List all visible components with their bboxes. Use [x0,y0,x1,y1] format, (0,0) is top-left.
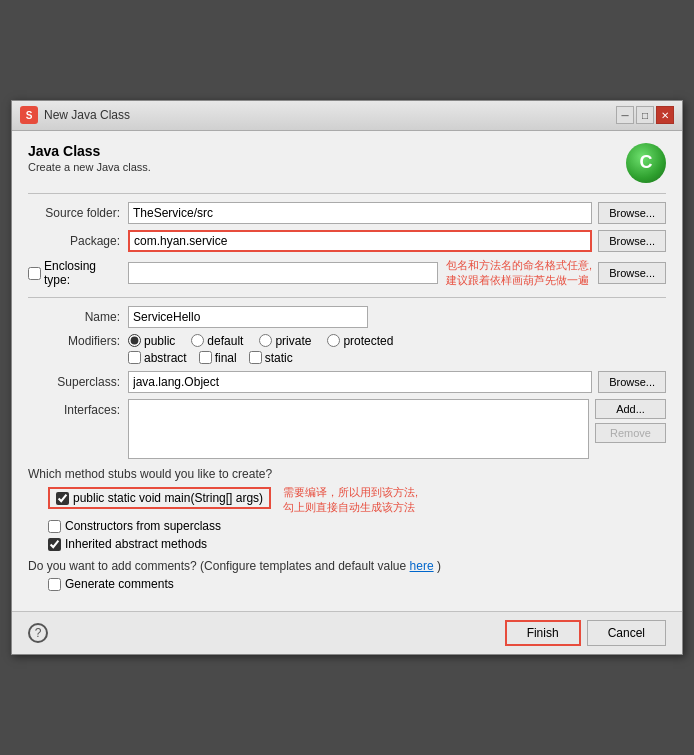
modifiers-checkbox-group: abstract final static [128,351,293,365]
name-label: Name: [28,310,128,324]
generate-comments-checkbox[interactable] [48,578,61,591]
comments-title: Do you want to add comments? (Configure … [28,559,666,573]
checkbox-final[interactable]: final [199,351,237,365]
enclosing-type-checkbox[interactable] [28,267,41,280]
superclass-input[interactable] [128,371,592,393]
package-browse-button[interactable]: Browse... [598,230,666,252]
radio-public[interactable]: public [128,334,175,348]
cancel-button[interactable]: Cancel [587,620,666,646]
modifiers-radio-group: public default private protected [128,334,393,348]
finish-button[interactable]: Finish [505,620,581,646]
add-interface-button[interactable]: Add... [595,399,666,419]
enclosing-checkbox-area: Enclosing type: [28,259,128,287]
interfaces-label: Interfaces: [28,399,128,417]
close-button[interactable]: ✕ [656,106,674,124]
superclass-row: Superclass: Browse... [28,371,666,393]
checkbox-static[interactable]: static [249,351,293,365]
enclosing-type-label: Enclosing type: [44,259,120,287]
package-row: Package: Browse... [28,230,666,252]
help-button[interactable]: ? [28,623,48,643]
remove-interface-button[interactable]: Remove [595,423,666,443]
comments-section: Do you want to add comments? (Configure … [28,559,666,591]
title-bar-left: S New Java Class [20,106,130,124]
radio-default[interactable]: default [191,334,243,348]
stub-main-item[interactable]: public static void main(String[] args) [48,487,271,509]
stub-inherited-label: Inherited abstract methods [65,537,207,551]
dialog-footer: ? Finish Cancel [12,611,682,654]
title-bar-controls: ─ □ ✕ [616,106,674,124]
stub-constructor-item[interactable]: Constructors from superclass [48,519,666,533]
superclass-browse-button[interactable]: Browse... [598,371,666,393]
modifiers-radio-row: Modifiers: public default private [28,334,666,348]
interfaces-list [128,399,589,459]
separator-2 [28,297,666,298]
source-folder-browse-button[interactable]: Browse... [598,202,666,224]
static-checkbox[interactable] [249,351,262,364]
minimize-button[interactable]: ─ [616,106,634,124]
stubs-section: Which method stubs would you like to cre… [28,467,666,552]
name-input[interactable] [128,306,368,328]
comments-text-after: ) [437,559,441,573]
maximize-button[interactable]: □ [636,106,654,124]
superclass-label: Superclass: [28,375,128,389]
source-folder-row: Source folder: Browse... [28,202,666,224]
stubs-main-row: public static void main(String[] args) 需… [28,485,666,516]
stub-inherited-item[interactable]: Inherited abstract methods [48,537,666,551]
interfaces-row: Interfaces: Add... Remove [28,399,666,459]
stub-main-label: public static void main(String[] args) [73,491,263,505]
modifiers-label: Modifiers: [28,334,128,348]
enclosing-browse-button[interactable]: Browse... [598,262,666,284]
dialog-window: S New Java Class ─ □ ✕ Java Class Create… [11,100,683,656]
stub-inherited-checkbox[interactable] [48,538,61,551]
stubs-annotation: 需要编译，所以用到该方法, 勾上则直接自动生成该方法 [283,485,418,516]
source-folder-input[interactable] [128,202,592,224]
stubs-title: Which method stubs would you like to cre… [28,467,666,481]
comments-link[interactable]: here [410,559,434,573]
footer-buttons: Finish Cancel [505,620,666,646]
java-icon: C [626,143,666,183]
modifiers-checkbox-row: abstract final static [28,351,666,365]
dialog-content: Java Class Create a new Java class. C So… [12,131,682,612]
dialog-subtitle: Create a new Java class. [28,161,151,173]
comments-text-before: Do you want to add comments? (Configure … [28,559,410,573]
separator-1 [28,193,666,194]
interfaces-buttons: Add... Remove [595,399,666,443]
source-folder-label: Source folder: [28,206,128,220]
name-row: Name: [28,306,666,328]
radio-private[interactable]: private [259,334,311,348]
modifiers-section: Modifiers: public default private [28,334,666,365]
abstract-checkbox[interactable] [128,351,141,364]
window-title: New Java Class [44,108,130,122]
enclosing-type-row: Enclosing type: 包名和方法名的命名格式任意, 建议跟着依样画葫芦… [28,258,666,289]
enclosing-type-input[interactable] [128,262,438,284]
dialog-header: Java Class Create a new Java class. C [28,143,666,183]
dialog-title: Java Class [28,143,151,159]
final-checkbox[interactable] [199,351,212,364]
package-input[interactable] [128,230,592,252]
generate-comments-label: Generate comments [65,577,174,591]
app-icon: S [20,106,38,124]
generate-comments-item[interactable]: Generate comments [48,577,666,591]
stub-constructor-label: Constructors from superclass [65,519,221,533]
stub-main-checkbox[interactable] [56,492,69,505]
stub-constructor-checkbox[interactable] [48,520,61,533]
title-bar: S New Java Class ─ □ ✕ [12,101,682,131]
radio-protected[interactable]: protected [327,334,393,348]
checkbox-abstract[interactable]: abstract [128,351,187,365]
header-left: Java Class Create a new Java class. [28,143,151,173]
package-annotation: 包名和方法名的命名格式任意, 建议跟着依样画葫芦先做一遍 [446,258,592,289]
package-label: Package: [28,234,128,248]
